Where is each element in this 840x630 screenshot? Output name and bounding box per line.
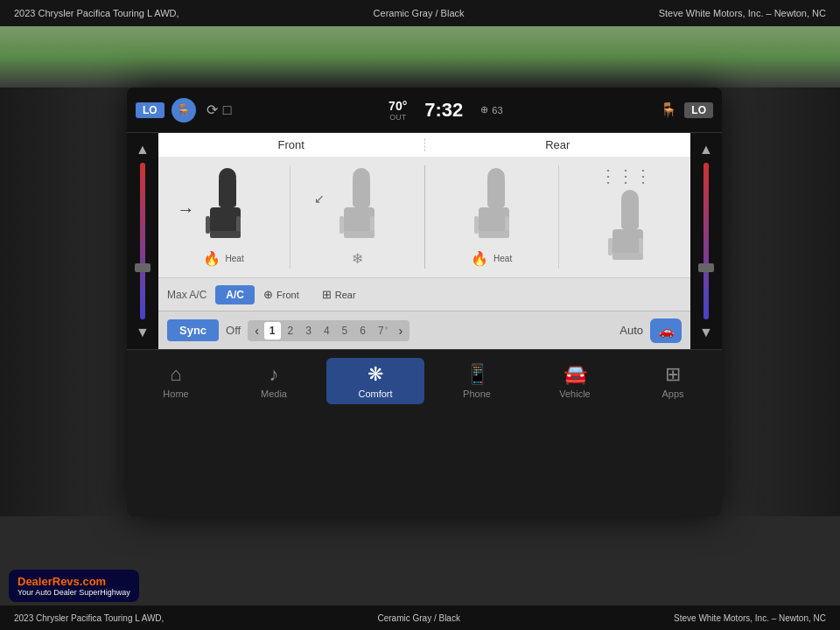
svg-point-2 <box>219 168 236 186</box>
seats-area: → 🔥 Heat <box>158 157 690 277</box>
temp-thumb-left[interactable] <box>135 263 150 272</box>
bottom-nav: ⌂ Home ♪ Media ❋ Comfort 📱 Phone 🚘 Vehic… <box>127 349 722 412</box>
nav-home-label: Home <box>163 388 188 399</box>
front-left-heat-icon[interactable]: 🔥 <box>203 250 220 267</box>
fan-level-4[interactable]: 4 <box>318 322 335 340</box>
front-vent-icon: ⊕ <box>263 288 273 301</box>
nav-media-label: Media <box>261 388 287 399</box>
rear-right-seat: ⋮⋮⋮ <box>570 165 682 269</box>
auto-button[interactable]: Auto <box>620 324 643 337</box>
nav-vehicle[interactable]: 🚘 Vehicle <box>526 358 624 404</box>
lo-badge-right[interactable]: LO <box>684 102 713 118</box>
rear-left-seat-svg[interactable] <box>461 168 522 247</box>
temp-down-right[interactable]: ▼ <box>697 323 715 342</box>
rear-left-heat-label: Heat <box>494 254 512 263</box>
off-button[interactable]: Off <box>226 324 241 337</box>
outside-temp-label: OUT <box>388 113 407 122</box>
nav-vehicle-label: Vehicle <box>559 388 590 399</box>
header-subtitle: Ceramic Gray / Black <box>374 8 465 18</box>
nav-comfort[interactable]: ❋ Comfort <box>326 358 424 404</box>
fan-level-next[interactable]: › <box>396 324 407 338</box>
front-right-seat: ↙ ❄ <box>301 165 413 269</box>
header-dealer: Steve White Motors, Inc. – Newton, NC <box>659 8 826 18</box>
svg-rect-13 <box>479 207 509 234</box>
rear-left-heat-icon[interactable]: 🔥 <box>471 250 488 267</box>
nav-comfort-label: Comfort <box>358 388 392 399</box>
front-right-fan-icon[interactable]: ❄ <box>352 250 363 267</box>
fan-speed: 63 <box>492 105 502 116</box>
zone-headers: Front Rear <box>158 133 690 157</box>
fan-level-6[interactable]: 6 <box>354 322 371 340</box>
front-left-seat: → 🔥 Heat <box>167 165 279 269</box>
rear-left-seat: 🔥 Heat <box>436 165 548 269</box>
nav-media[interactable]: ♪ Media <box>225 358 323 404</box>
front-vent-btn[interactable]: ⊕ Front <box>263 288 299 301</box>
rear-defrost-button[interactable]: 🚗 <box>650 318 682 343</box>
defrost-icon: ⋮⋮⋮ <box>599 165 652 186</box>
arrow-diagonal-icon: ↙ <box>314 192 325 206</box>
front-left-seat-icon: → <box>192 168 254 247</box>
fan-level-5[interactable]: 5 <box>337 322 354 340</box>
ac-button[interactable]: A/C <box>215 285 255 304</box>
temp-track-left <box>140 163 145 319</box>
nav-apps[interactable]: ⊞ Apps <box>624 358 722 404</box>
seat-heat-icon-left[interactable]: 🪑 <box>172 98 196 122</box>
temp-up-left[interactable]: ▲ <box>134 140 151 159</box>
rear-right-controls: ⋮⋮⋮ <box>595 165 656 269</box>
front-left-seat-svg[interactable] <box>192 168 254 247</box>
sync-button[interactable]: Sync <box>167 319 219 341</box>
temp-down-left[interactable]: ▼ <box>134 323 151 342</box>
nav-home[interactable]: ⌂ Home <box>127 358 225 404</box>
seat-icon-right: 🪑 <box>660 102 677 118</box>
footer-title: 2023 Chrysler Pacifica Touring L AWD, <box>14 613 164 623</box>
front-right-seat-svg[interactable] <box>326 168 388 247</box>
rear-vent-label: Rear <box>335 290 356 300</box>
dealer-tagline: Your Auto Dealer SuperHighway <box>18 588 130 597</box>
media-icon: ♪ <box>270 363 279 386</box>
svg-rect-11 <box>344 231 374 238</box>
right-interior-panel <box>722 88 840 516</box>
nav-phone[interactable]: 📱 Phone <box>428 358 526 404</box>
rear-right-seat-svg[interactable] <box>595 190 656 269</box>
header-bar: 2023 Chrysler Pacifica Touring L AWD, Ce… <box>0 0 840 26</box>
seat-divider-2 <box>424 165 425 269</box>
action-row: Sync Off ‹ 1 2 3 4 5 6 7 * › Auto 🚗 <box>158 311 690 349</box>
fan-level-1[interactable]: 1 <box>264 322 281 340</box>
svg-rect-21 <box>608 238 612 256</box>
seat-divider-1 <box>290 165 290 269</box>
outside-temp: 70° <box>388 99 407 113</box>
front-right-heat-row: ❄ <box>352 250 363 267</box>
svg-rect-19 <box>612 229 643 256</box>
seat-divider-3 <box>558 165 559 269</box>
fan-info: ⊕ 63 <box>480 104 502 116</box>
svg-rect-5 <box>210 231 241 238</box>
fan-level-7[interactable]: 7 * <box>373 322 394 340</box>
temp-thumb-right[interactable] <box>698 263 714 272</box>
svg-point-20 <box>621 190 639 207</box>
climate-main: Front Rear → <box>158 133 690 349</box>
lo-badge-left[interactable]: LO <box>136 102 164 118</box>
temp-up-right[interactable]: ▲ <box>697 140 715 159</box>
climate-content: ▲ ▼ Front Rear → <box>127 133 722 349</box>
sync-icon: ⟳ <box>206 102 218 118</box>
footer-dealer: Steve White Motors, Inc. – Newton, NC <box>674 613 826 623</box>
temp-slider-right: ▲ ▼ <box>690 133 722 349</box>
zone-rear-header: Rear <box>424 138 691 151</box>
phone-nav-icon: 📱 <box>466 363 489 386</box>
svg-rect-3 <box>206 216 210 234</box>
fan-level-prev[interactable]: ‹ <box>251 324 262 338</box>
header-title: 2023 Chrysler Pacifica Touring L AWD, <box>14 8 179 18</box>
left-interior-panel <box>0 88 127 516</box>
fan-level-nav: ‹ 1 2 3 4 5 6 7 * › <box>248 320 410 341</box>
fan-icon: ⊕ <box>480 104 488 116</box>
fan-controls-row: Max A/C A/C ⊕ Front ⊞ Rear <box>158 277 690 311</box>
fan-level-2[interactable]: 2 <box>283 322 299 340</box>
front-left-heat-row: 🔥 Heat <box>203 250 244 267</box>
rear-left-heat-row: 🔥 Heat <box>471 250 512 267</box>
footer-subtitle: Ceramic Gray / Black <box>377 613 459 623</box>
home-icon: ⌂ <box>170 363 181 386</box>
rear-vent-btn[interactable]: ⊞ Rear <box>322 288 356 301</box>
fan-level-3[interactable]: 3 <box>300 322 317 340</box>
max-ac-label[interactable]: Max A/C <box>167 289 206 301</box>
background-photo <box>0 26 840 88</box>
